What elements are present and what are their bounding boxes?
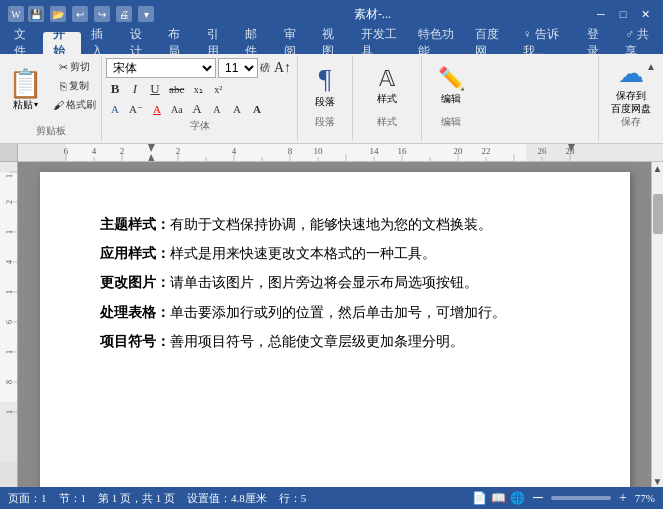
ruler-corner [0,144,18,162]
font-grow-button[interactable]: A↑ [272,60,293,76]
clipboard-actions: ✂ 剪切 ⎘ 复制 🖌 格式刷 [50,58,99,123]
paragraph-2: 应用样式：样式是用来快速更改文本格式的一种工具。 [100,241,570,266]
save-quick-icon[interactable]: 💾 [28,6,44,22]
tab-layout[interactable]: 布局 [158,32,197,54]
font-unit-label: 磅 [260,61,270,75]
tab-baidunet[interactable]: 百度网 [465,32,513,54]
tab-home[interactable]: 开始 [43,32,82,54]
font-name-select[interactable]: 宋体 [106,58,216,78]
editing-icon: ✏️ [438,66,465,92]
font-grow-sm-button[interactable]: A [188,100,206,118]
svg-text:4: 4 [5,260,14,264]
baidu-cloud-icon: ☁ [618,58,644,89]
document-scroll-area[interactable]: 主题样式：有助于文档保持协调，能够快速地为您的文档换装。 应用样式：样式是用来快… [18,162,651,487]
status-settings: 设置值：4.8厘米 [187,491,267,506]
save-section-label: 保存 [621,114,641,130]
paragraph-3: 更改图片：请单击该图片，图片旁边将会显示布局选项按钮。 [100,270,570,295]
format-painter-button[interactable]: 🖌 格式刷 [50,96,99,114]
font-color-button[interactable]: A [148,100,166,118]
font-section-label: 字体 [106,118,293,134]
ribbon-collapse-button[interactable]: ▲ [643,58,659,74]
tab-insert[interactable]: 插入 [81,32,120,54]
para5-label: 项目符号： [100,334,170,349]
svg-text:4: 4 [92,146,97,156]
char-shading-button[interactable]: A [248,100,266,118]
italic-button[interactable]: I [126,80,144,98]
font-shrink-sm-button[interactable]: A [208,100,226,118]
svg-text:1: 1 [5,350,14,354]
ribbon-tabs: 文件 开始 插入 设计 布局 引用 邮件 审阅 视图 开发工具 特色功能 百度网… [0,28,663,54]
editing-label: 编辑 [441,92,461,106]
title-bar: W 💾 📂 ↩ ↪ 🖨 ▾ 素材-... ─ □ ✕ [0,0,663,28]
view-page-button[interactable]: 📄 [472,491,487,506]
copy-button[interactable]: ⎘ 复制 [50,77,99,95]
tab-file[interactable]: 文件 [4,32,43,54]
shading-button[interactable]: A⁻ [126,100,146,118]
status-line: 行：5 [279,491,307,506]
editing-button[interactable]: ✏️ 编辑 [426,58,476,114]
paragraph-button[interactable]: ¶ 段落 [302,58,348,114]
underline-button[interactable]: U [146,80,164,98]
scroll-up-button[interactable]: ▲ [652,162,663,174]
svg-text:8: 8 [5,380,14,384]
para4-text: 单击要添加行或列的位置，然后单击加号，可增加行。 [170,305,506,320]
text-highlight-button[interactable]: A [106,100,124,118]
tab-references[interactable]: 引用 [197,32,236,54]
editing-section-label: 编辑 [441,114,461,130]
paragraph-section: ¶ 段落 段落 [298,56,353,141]
tab-tellme[interactable]: ♀ 告诉我... [513,32,577,54]
vertical-scrollbar[interactable]: ▲ ▼ [651,162,663,487]
svg-text:6: 6 [64,146,69,156]
print-icon[interactable]: 🖨 [116,6,132,22]
redo-icon[interactable]: ↪ [94,6,110,22]
svg-text:1: 1 [5,230,14,234]
tab-design[interactable]: 设计 [120,32,159,54]
subscript-button[interactable]: x₁ [189,80,207,98]
svg-text:20: 20 [454,146,464,156]
cut-label: 剪切 [70,60,90,74]
para3-text: 请单击该图片，图片旁边将会显示布局选项按钮。 [170,275,478,290]
bold-button[interactable]: B [106,80,124,98]
zoom-plus-button[interactable]: + [619,490,627,506]
tab-share[interactable]: ♂ 共享 [615,32,663,54]
svg-text:1: 1 [5,410,14,414]
tab-special[interactable]: 特色功能 [408,32,465,54]
scissors-icon: ✂ [59,61,68,74]
maximize-button[interactable]: □ [613,4,633,24]
paste-button[interactable]: 📋 粘贴 ▾ [2,58,48,123]
view-read-button[interactable]: 📖 [491,491,506,506]
strikethrough-button[interactable]: abc [166,80,187,98]
word-icon[interactable]: W [8,6,24,22]
paragraph-5: 项目符号：善用项目符号，总能使文章层级更加条理分明。 [100,329,570,354]
paste-dropdown-icon[interactable]: ▾ [34,100,38,109]
minimize-button[interactable]: ─ [591,4,611,24]
style-button[interactable]: 𝔸 样式 [357,58,417,114]
superscript-button[interactable]: x² [209,80,227,98]
style-label: 样式 [377,92,397,106]
clipboard-section: 📋 粘贴 ▾ ✂ 剪切 ⎘ 复制 🖌 格式刷 [0,56,102,141]
tab-mailing[interactable]: 邮件 [235,32,274,54]
svg-text:6: 6 [5,320,14,324]
more-quick-icon[interactable]: ▾ [138,6,154,22]
zoom-slider[interactable] [551,496,611,500]
title-bar-left: W 💾 📂 ↩ ↪ 🖨 ▾ [8,6,154,22]
cut-button[interactable]: ✂ 剪切 [50,58,99,76]
case-button[interactable]: Aa [168,100,186,118]
tab-review[interactable]: 审阅 [274,32,313,54]
font-size-select[interactable]: 11.5 [218,58,258,78]
close-button[interactable]: ✕ [635,4,655,24]
zoom-minus-button[interactable]: ─ [533,490,543,506]
clear-format-button[interactable]: A [228,100,246,118]
scroll-down-button[interactable]: ▼ [652,475,663,487]
tab-login[interactable]: 登录 [577,32,616,54]
tab-developer[interactable]: 开发工具 [351,32,408,54]
open-icon[interactable]: 📂 [50,6,66,22]
view-web-button[interactable]: 🌐 [510,491,525,506]
svg-text:1: 1 [5,290,14,294]
scrollbar-thumb[interactable] [653,194,663,234]
undo-icon[interactable]: ↩ [72,6,88,22]
paragraph-section-label: 段落 [315,114,335,130]
tab-view[interactable]: 视图 [312,32,351,54]
font-section: 宋体 11.5 磅 A↑ B I U abc x₁ x² A A⁻ A Aa A… [102,56,298,141]
svg-text:1: 1 [5,174,14,178]
